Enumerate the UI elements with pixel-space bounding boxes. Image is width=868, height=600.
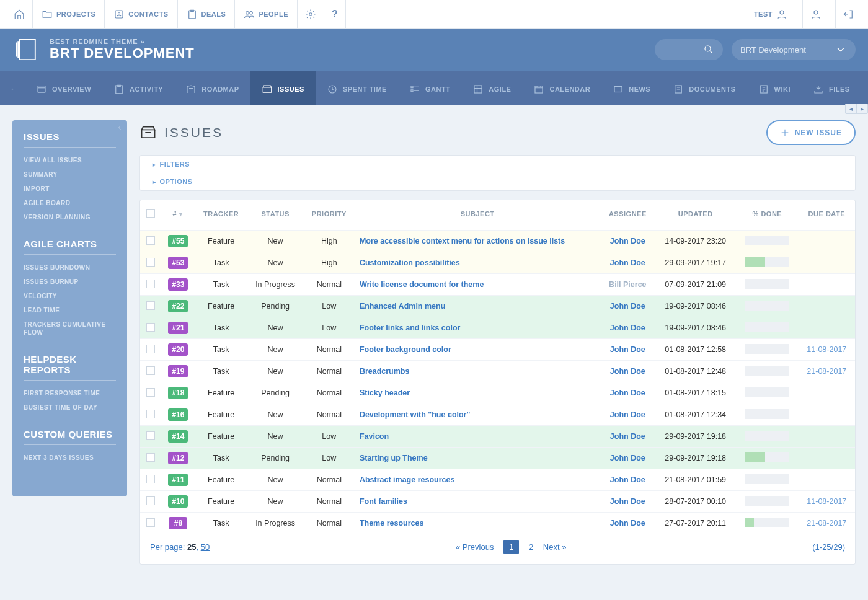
user-test[interactable]: TEST xyxy=(745,0,796,29)
table-row[interactable]: #14FeatureNewLowFaviconJohn Doe29-09-201… xyxy=(140,426,855,448)
pager-prev[interactable]: « Previous xyxy=(456,542,494,552)
tab-calendar[interactable]: CALENDAR xyxy=(522,71,601,105)
row-checkbox[interactable] xyxy=(146,301,155,310)
table-row[interactable]: #12TaskPendingLowStarting up ThemeJohn D… xyxy=(140,448,855,469)
issue-id-badge[interactable]: #19 xyxy=(168,365,188,377)
tab-issues[interactable]: ISSUES xyxy=(250,71,316,105)
assignee-link[interactable]: John Doe xyxy=(610,410,645,419)
tab-agile[interactable]: AGILE xyxy=(461,71,522,105)
table-row[interactable]: #21TaskNewLowFooter links and links colo… xyxy=(140,317,855,339)
issue-id-badge[interactable]: #10 xyxy=(168,495,188,508)
row-checkbox[interactable] xyxy=(146,280,155,288)
subject-link[interactable]: Development with "hue color" xyxy=(360,410,471,419)
table-row[interactable]: #18FeaturePendingNormalSticky headerJohn… xyxy=(140,382,855,404)
issue-id-badge[interactable]: #8 xyxy=(169,517,187,529)
assignee-link[interactable]: John Doe xyxy=(610,389,645,397)
table-row[interactable]: #16FeatureNewNormalDevelopment with "hue… xyxy=(140,404,855,426)
issue-id-badge[interactable]: #21 xyxy=(168,322,188,334)
tab-gantt[interactable]: GANTT xyxy=(398,71,461,105)
sidebar-link[interactable]: ISSUES BURNUP xyxy=(24,278,116,286)
issue-id-badge[interactable]: #22 xyxy=(168,300,188,312)
issue-id-badge[interactable]: #12 xyxy=(168,452,188,464)
subject-link[interactable]: Breadcrumbs xyxy=(360,367,410,376)
table-row[interactable]: #8TaskIn ProgressNormalTheme resourcesJo… xyxy=(140,513,855,534)
table-row[interactable]: #53TaskNewHighCustomization possibilitie… xyxy=(140,252,855,274)
tab-documents[interactable]: DOCUMENTS xyxy=(662,71,746,105)
subject-link[interactable]: Footer links and links color xyxy=(360,324,461,332)
sidebar-link[interactable]: NEXT 3 DAYS ISSUES xyxy=(24,454,116,462)
issue-id-badge[interactable]: #16 xyxy=(168,408,188,421)
table-row[interactable]: #20TaskNewNormalFooter background colorJ… xyxy=(140,339,855,361)
subject-link[interactable]: Starting up Theme xyxy=(360,454,428,462)
row-checkbox[interactable] xyxy=(146,518,155,527)
col-header[interactable]: UPDATED xyxy=(655,200,736,231)
tab-scroll[interactable]: ◂▸ xyxy=(845,104,868,114)
issue-id-badge[interactable]: #11 xyxy=(168,474,188,486)
subject-link[interactable]: Customization possibilities xyxy=(360,258,460,267)
settings-icon[interactable] xyxy=(298,0,324,29)
search-input[interactable] xyxy=(655,39,723,60)
col-header[interactable]: ASSIGNEE xyxy=(600,200,655,231)
pager-page-1[interactable]: 1 xyxy=(503,540,519,554)
pager-next[interactable]: Next » xyxy=(543,542,567,552)
sidebar-link[interactable]: AGILE BOARD xyxy=(24,199,116,207)
table-row[interactable]: #11FeatureNewNormalAbstract image resour… xyxy=(140,469,855,491)
assignee-link[interactable]: John Doe xyxy=(610,258,645,267)
assignee-link[interactable]: John Doe xyxy=(610,497,645,506)
tab-wiki[interactable]: WIKI xyxy=(747,71,802,105)
assignee-link[interactable]: Bill Pierce xyxy=(609,280,646,289)
sidebar-link[interactable]: TRACKERS CUMULATIVE FLOW xyxy=(24,320,116,337)
assignee-link[interactable]: John Doe xyxy=(610,367,645,376)
issue-id-badge[interactable]: #18 xyxy=(168,387,188,399)
row-checkbox[interactable] xyxy=(146,388,155,397)
col-header[interactable]: % DONE xyxy=(736,200,798,231)
options-toggle[interactable]: OPTIONS xyxy=(140,173,855,190)
tab-files[interactable]: FILES xyxy=(802,71,861,105)
sidebar-link[interactable]: VIEW ALL ISSUES xyxy=(24,156,116,164)
row-checkbox[interactable] xyxy=(146,496,155,505)
issue-id-badge[interactable]: #20 xyxy=(168,343,188,356)
sidebar-link[interactable]: VELOCITY xyxy=(24,292,116,300)
table-row[interactable]: #55FeatureNewHighMore accessible context… xyxy=(140,231,855,252)
tab-news[interactable]: NEWS xyxy=(601,71,662,105)
assignee-link[interactable]: John Doe xyxy=(610,475,645,484)
row-checkbox[interactable] xyxy=(146,366,155,375)
pager-page-2[interactable]: 2 xyxy=(529,542,533,552)
col-header[interactable]: #▼ xyxy=(161,200,195,231)
perpage-50[interactable]: 50 xyxy=(201,542,210,552)
subject-link[interactable]: Footer background color xyxy=(360,345,451,354)
nav-people[interactable]: PEOPLE xyxy=(235,0,298,29)
subject-link[interactable]: Abstract image resources xyxy=(360,475,455,484)
assignee-link[interactable]: John Doe xyxy=(610,519,645,527)
subject-link[interactable]: Theme resources xyxy=(360,519,424,527)
subject-link[interactable]: Font families xyxy=(360,497,407,506)
row-checkbox[interactable] xyxy=(146,345,155,353)
row-checkbox[interactable] xyxy=(146,475,155,483)
assignee-link[interactable]: John Doe xyxy=(610,432,645,441)
subject-link[interactable]: Enhanced Admin menu xyxy=(360,302,445,311)
row-checkbox[interactable] xyxy=(146,410,155,418)
project-selector[interactable]: BRT Development xyxy=(732,39,856,60)
home-icon[interactable] xyxy=(6,0,33,29)
row-checkbox[interactable] xyxy=(146,453,155,462)
sidebar-collapse-icon[interactable] xyxy=(116,124,123,133)
issue-id-badge[interactable]: #55 xyxy=(168,235,188,247)
row-checkbox[interactable] xyxy=(146,236,155,245)
sidebar-link[interactable]: IMPORT xyxy=(24,185,116,193)
assignee-link[interactable]: John Doe xyxy=(610,345,645,354)
issue-id-badge[interactable]: #33 xyxy=(168,278,188,291)
row-checkbox[interactable] xyxy=(146,431,155,440)
tab-roadmap[interactable]: ROADMAP xyxy=(174,71,250,105)
account-icon[interactable] xyxy=(802,0,829,29)
table-row[interactable]: #19TaskNewNormalBreadcrumbsJohn Doe01-08… xyxy=(140,361,855,382)
issue-id-badge[interactable]: #14 xyxy=(168,430,188,443)
subject-link[interactable]: Favicon xyxy=(360,432,389,441)
table-row[interactable]: #10FeatureNewNormalFont familiesJohn Doe… xyxy=(140,491,855,513)
col-header[interactable]: DUE DATE xyxy=(799,200,855,231)
col-header[interactable]: TRACKER xyxy=(195,200,247,231)
assignee-link[interactable]: John Doe xyxy=(610,324,645,332)
new-issue-button[interactable]: NEW ISSUE xyxy=(766,120,856,145)
assignee-link[interactable]: John Doe xyxy=(610,302,645,311)
help-icon[interactable]: ? xyxy=(324,0,346,29)
col-header[interactable]: SUBJECT xyxy=(355,200,601,231)
